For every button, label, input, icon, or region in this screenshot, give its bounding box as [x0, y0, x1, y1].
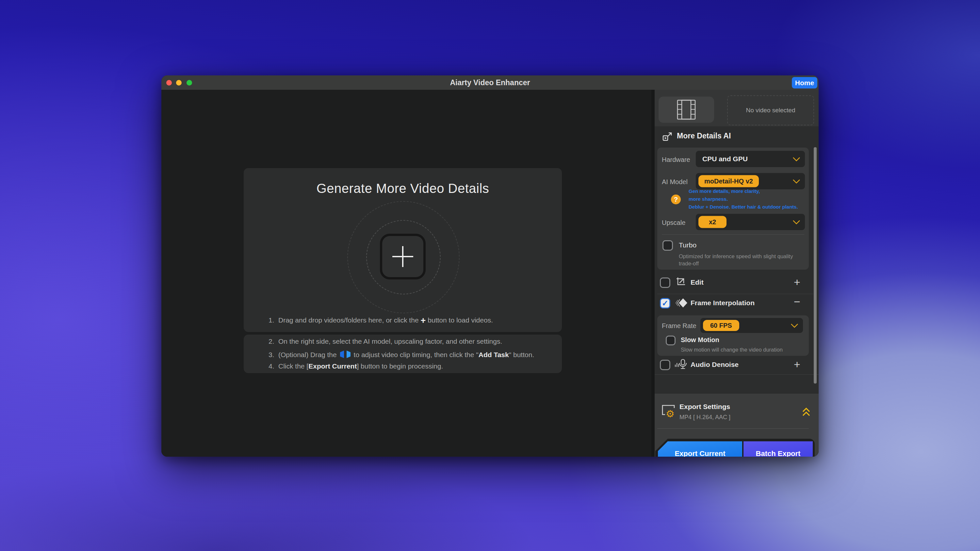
export-section: ⚙ Export Settings MP4 [ H.264, AAC ] Exp… [655, 394, 819, 457]
step-text: On the right side, select the AI model, … [278, 338, 502, 345]
hardware-value: CPU and GPU [702, 151, 748, 167]
hardware-label: Hardware [662, 156, 690, 164]
step-text: to adjust video clip timing, then click … [354, 351, 479, 359]
step-number: 2. [269, 338, 278, 345]
export-current-button[interactable]: Export Current [658, 441, 742, 457]
step-number: 4. [269, 362, 278, 370]
no-video-label: No video selected [746, 107, 795, 114]
gear-icon: ⚙ [666, 408, 675, 419]
divider [657, 428, 809, 429]
export-buttons-container: Export Current Batch Export [655, 439, 815, 457]
export-settings-icon: ⚙ [660, 403, 676, 416]
model-help-line: Deblur + Denoise. Better hair & outdoor … [689, 203, 798, 211]
audio-denoise-expand-button[interactable]: + [794, 359, 800, 369]
export-settings-title[interactable]: Export Settings [679, 403, 730, 411]
step-number: 1. [269, 316, 278, 324]
ai-settings-card: Hardware CPU and GPU AI Model moDetail-H… [657, 148, 809, 270]
step-text: button to load videos. [428, 316, 493, 324]
drop-zone-panel[interactable]: Generate More Video Details 1.Drag and d… [244, 168, 562, 332]
ai-model-label: AI Model [662, 178, 687, 186]
step-text: Click the [ [278, 362, 309, 370]
upscale-label: Upscale [662, 219, 685, 227]
film-strip-icon [677, 100, 696, 120]
more-details-ai-icon [662, 132, 672, 141]
turbo-checkbox[interactable] [662, 240, 673, 251]
edit-checkbox[interactable] [660, 278, 670, 288]
desktop-wallpaper: Aiarty Video Enhancer Home Generate More… [0, 0, 980, 551]
instruction-step-2: 2.On the right side, select the AI model… [269, 338, 502, 345]
step-text-bold: Export Current [309, 362, 357, 370]
audio-denoise-checkbox[interactable] [660, 360, 670, 370]
video-thumbnail-placeholder [659, 97, 714, 123]
step-number: 3. [269, 351, 278, 359]
app-window: Aiarty Video Enhancer Home Generate More… [161, 75, 819, 457]
audio-denoise-icon [674, 358, 687, 370]
divider [662, 234, 804, 235]
model-help-line: Gen more details, more clarity, [689, 187, 760, 195]
step-text: Drag and drop videos/folders here, or cl… [278, 316, 419, 324]
instruction-step-3: 3.(Optional) Drag theto adjust video cli… [269, 350, 534, 359]
instruction-step-1: 1.Drag and drop videos/folders here, or … [269, 316, 493, 326]
step-text: (Optional) Drag the [278, 351, 337, 359]
frame-rate-value-badge: 60 FPS [703, 320, 739, 331]
main-area: Generate More Video Details 1.Drag and d… [161, 90, 655, 457]
ai-model-value-badge: moDetail-HQ v2 [698, 175, 759, 187]
instruction-step-4: 4.Click the [Export Current] button to b… [269, 362, 443, 370]
edit-label: Edit [690, 278, 704, 286]
home-button[interactable]: Home [792, 77, 817, 89]
chevrons-up-icon[interactable] [802, 407, 811, 418]
frame-rate-select[interactable]: 60 FPS [700, 318, 803, 333]
page-title: Generate More Video Details [244, 181, 562, 196]
chevron-down-icon [793, 217, 800, 225]
video-preview-section: No video selected [655, 90, 819, 126]
slow-motion-label: Slow Motion [681, 336, 719, 344]
turbo-description: Optimized for inference speed with sligh… [679, 252, 800, 267]
turbo-label: Turbo [679, 241, 697, 249]
step-text-bold: Add Task [479, 351, 509, 359]
chevron-down-icon [793, 154, 800, 162]
model-help-line: more sharpness. [689, 195, 728, 203]
sidebar-scrollbar[interactable] [814, 147, 817, 384]
frame-interpolation-icon [675, 298, 688, 308]
export-format-value: MP4 [ H.264, AAC ] [679, 414, 730, 421]
checkmark-icon: ✓ [662, 299, 668, 308]
frame-rate-label: Frame Rate [662, 322, 697, 330]
chevron-down-icon [793, 176, 800, 184]
section-title: More Details AI [677, 132, 731, 140]
upscale-select[interactable]: x2 [696, 214, 805, 230]
chevron-down-icon [791, 321, 799, 328]
hardware-select[interactable]: CPU and GPU [696, 151, 805, 167]
instructions-panel: 2.On the right side, select the AI model… [244, 335, 562, 373]
audio-denoise-label: Audio Denoise [690, 361, 738, 368]
step-text: ] button to begin processing. [357, 362, 443, 370]
add-video-button[interactable] [380, 234, 426, 279]
titlebar: Aiarty Video Enhancer Home [161, 75, 819, 90]
frame-interpolation-checkbox[interactable]: ✓ [660, 298, 670, 308]
frame-rate-card: Frame Rate 60 FPS Slow Motion Slow motio… [657, 315, 809, 356]
frame-interpolation-label: Frame Interpolation [690, 299, 755, 307]
no-video-drop-area: No video selected [727, 95, 814, 125]
slow-motion-checkbox[interactable] [666, 335, 676, 345]
window-title: Aiarty Video Enhancer [161, 75, 819, 90]
help-icon[interactable]: ? [671, 195, 681, 204]
edit-icon [676, 276, 686, 287]
step-text: " button. [509, 351, 535, 359]
plus-icon: + [419, 316, 428, 326]
edit-expand-button[interactable]: + [794, 277, 800, 287]
slow-motion-description: Slow motion will change the video durati… [681, 346, 805, 353]
ai-model-select[interactable]: moDetail-HQ v2 [696, 173, 805, 189]
settings-sidebar: No video selected More Details AI Hardwa… [655, 90, 819, 457]
upscale-value-badge: x2 [698, 216, 727, 228]
frame-interpolation-collapse-button[interactable]: − [794, 297, 800, 306]
batch-export-button[interactable]: Batch Export [743, 441, 813, 457]
trim-handles-icon [339, 350, 351, 359]
